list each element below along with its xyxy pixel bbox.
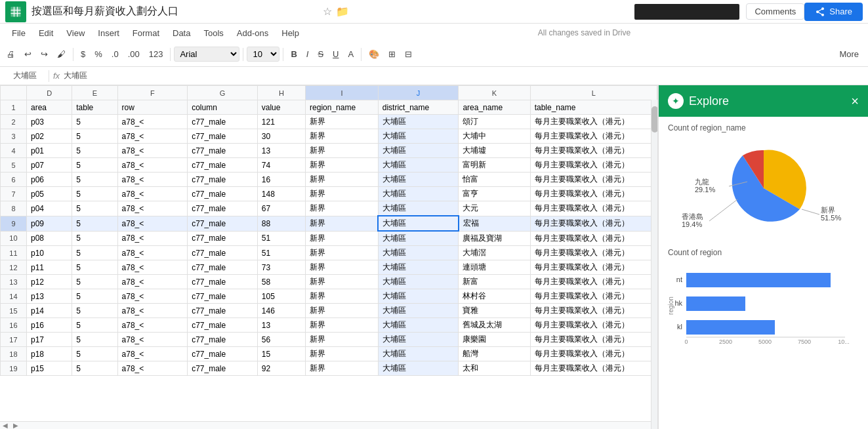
cell-2-7[interactable]: 頌汀	[459, 115, 530, 129]
cell-9-0[interactable]: p09	[26, 216, 72, 231]
col-header-L[interactable]: L	[530, 86, 657, 100]
cell-15-8[interactable]: 每月主要職業收入（港元）	[530, 304, 657, 318]
cell-13-1[interactable]: 5	[72, 275, 117, 289]
cell-5-4[interactable]: 74	[257, 158, 305, 173]
cell-4-5[interactable]: 新界	[306, 144, 379, 158]
cell-13-7[interactable]: 新富	[459, 275, 530, 289]
cell-15-0[interactable]: p14	[26, 304, 72, 318]
cell-10-4[interactable]: 51	[257, 231, 305, 246]
cell-12-4[interactable]: 73	[257, 260, 305, 275]
cell-18-7[interactable]: 船灣	[459, 347, 530, 361]
cell-9-7[interactable]: 宏福	[459, 216, 530, 231]
cell-4-8[interactable]: 每月主要職業收入（港元）	[530, 144, 657, 158]
cell-19-0[interactable]: p15	[26, 361, 72, 376]
cell-6-4[interactable]: 16	[257, 173, 305, 187]
cell-14-4[interactable]: 105	[257, 289, 305, 304]
cell-7-2[interactable]: a78_<	[117, 187, 188, 201]
cell-12-8[interactable]: 每月主要職業收入（港元）	[530, 260, 657, 275]
menu-data[interactable]: Data	[166, 26, 197, 41]
menu-insert[interactable]: Insert	[91, 26, 126, 41]
cell-8-1[interactable]: 5	[72, 201, 117, 216]
cell-4-2[interactable]: a78_<	[117, 144, 188, 158]
cell-9-5[interactable]: 新界	[306, 216, 379, 231]
cell-17-1[interactable]: 5	[72, 333, 117, 347]
underline-button[interactable]: U	[329, 47, 342, 62]
cell-14-3[interactable]: c77_male	[188, 289, 258, 304]
cell-3-6[interactable]: 大埔區	[378, 129, 459, 144]
cell-13-6[interactable]: 大埔區	[378, 275, 459, 289]
cell-4-4[interactable]: 13	[257, 144, 305, 158]
cell-10-5[interactable]: 新界	[306, 231, 379, 246]
cell-1-0[interactable]: area	[26, 100, 72, 115]
cell-5-2[interactable]: a78_<	[117, 158, 188, 173]
cell-19-6[interactable]: 大埔區	[378, 361, 459, 376]
cell-18-0[interactable]: p18	[26, 347, 72, 361]
cell-18-6[interactable]: 大埔區	[378, 347, 459, 361]
cell-14-2[interactable]: a78_<	[117, 289, 188, 304]
menu-edit[interactable]: Edit	[32, 26, 60, 41]
cell-6-5[interactable]: 新界	[306, 173, 379, 187]
cell-3-8[interactable]: 每月主要職業收入（港元）	[530, 129, 657, 144]
cell-2-5[interactable]: 新界	[306, 115, 379, 129]
cell-17-3[interactable]: c77_male	[188, 333, 258, 347]
cell-5-1[interactable]: 5	[72, 158, 117, 173]
cell-8-4[interactable]: 67	[257, 201, 305, 216]
col-header-J[interactable]: J	[378, 86, 459, 100]
cell-7-8[interactable]: 每月主要職業收入（港元）	[530, 187, 657, 201]
cell-15-7[interactable]: 寶雅	[459, 304, 530, 318]
cell-10-8[interactable]: 每月主要職業收入（港元）	[530, 231, 657, 246]
cell-8-8[interactable]: 每月主要職業收入（港元）	[530, 201, 657, 216]
cell-16-4[interactable]: 13	[257, 318, 305, 333]
cell-18-1[interactable]: 5	[72, 347, 117, 361]
cell-1-6[interactable]: district_name	[378, 100, 459, 115]
cell-3-0[interactable]: p02	[26, 129, 72, 144]
cell-18-5[interactable]: 新界	[306, 347, 379, 361]
borders-button[interactable]: ⊞	[384, 47, 400, 62]
paint-format-button[interactable]: 🖌	[53, 47, 70, 62]
menu-format[interactable]: Format	[126, 26, 166, 41]
cell-6-3[interactable]: c77_male	[188, 173, 258, 187]
cell-6-1[interactable]: 5	[72, 173, 117, 187]
cell-12-5[interactable]: 新界	[306, 260, 379, 275]
cell-12-1[interactable]: 5	[72, 260, 117, 275]
col-header-E[interactable]: E	[72, 86, 117, 100]
menu-addons[interactable]: Add-ons	[230, 26, 275, 41]
cell-9-4[interactable]: 88	[257, 216, 305, 231]
cell-7-1[interactable]: 5	[72, 187, 117, 201]
cell-12-0[interactable]: p11	[26, 260, 72, 275]
cell-15-4[interactable]: 146	[257, 304, 305, 318]
cell-11-0[interactable]: p10	[26, 246, 72, 260]
comments-button[interactable]: Comments	[746, 3, 804, 20]
col-header-G[interactable]: G	[188, 86, 258, 100]
cell-9-8[interactable]: 每月主要職業收入（港元）	[530, 216, 657, 231]
cell-16-5[interactable]: 新界	[306, 318, 379, 333]
cell-10-3[interactable]: c77_male	[188, 231, 258, 246]
cell-3-3[interactable]: c77_male	[188, 129, 258, 144]
cell-7-4[interactable]: 148	[257, 187, 305, 201]
explore-close-button[interactable]: ×	[851, 94, 859, 109]
cell-10-0[interactable]: p08	[26, 231, 72, 246]
col-header-H[interactable]: H	[257, 86, 305, 100]
cell-6-7[interactable]: 怡富	[459, 173, 530, 187]
cell-4-7[interactable]: 大埔墟	[459, 144, 530, 158]
cell-15-6[interactable]: 大埔區	[378, 304, 459, 318]
cell-2-1[interactable]: 5	[72, 115, 117, 129]
cell-16-2[interactable]: a78_<	[117, 318, 188, 333]
undo-button[interactable]: ↩	[20, 47, 35, 62]
cell-2-8[interactable]: 每月主要職業收入（港元）	[530, 115, 657, 129]
cell-10-2[interactable]: a78_<	[117, 231, 188, 246]
cell-17-0[interactable]: p17	[26, 333, 72, 347]
cell-3-7[interactable]: 大埔中	[459, 129, 530, 144]
text-color-button[interactable]: A	[344, 47, 358, 62]
cell-16-7[interactable]: 舊城及太湖	[459, 318, 530, 333]
cell-13-8[interactable]: 每月主要職業收入（港元）	[530, 275, 657, 289]
menu-tools[interactable]: Tools	[197, 26, 230, 41]
merge-button[interactable]: ⊟	[401, 47, 416, 62]
cell-12-6[interactable]: 大埔區	[378, 260, 459, 275]
currency-button[interactable]: $	[77, 47, 89, 62]
cell-11-3[interactable]: c77_male	[188, 246, 258, 260]
cell-15-3[interactable]: c77_male	[188, 304, 258, 318]
cell-14-7[interactable]: 林村谷	[459, 289, 530, 304]
cell-9-6[interactable]: 大埔區	[378, 216, 459, 231]
cell-19-7[interactable]: 太和	[459, 361, 530, 376]
